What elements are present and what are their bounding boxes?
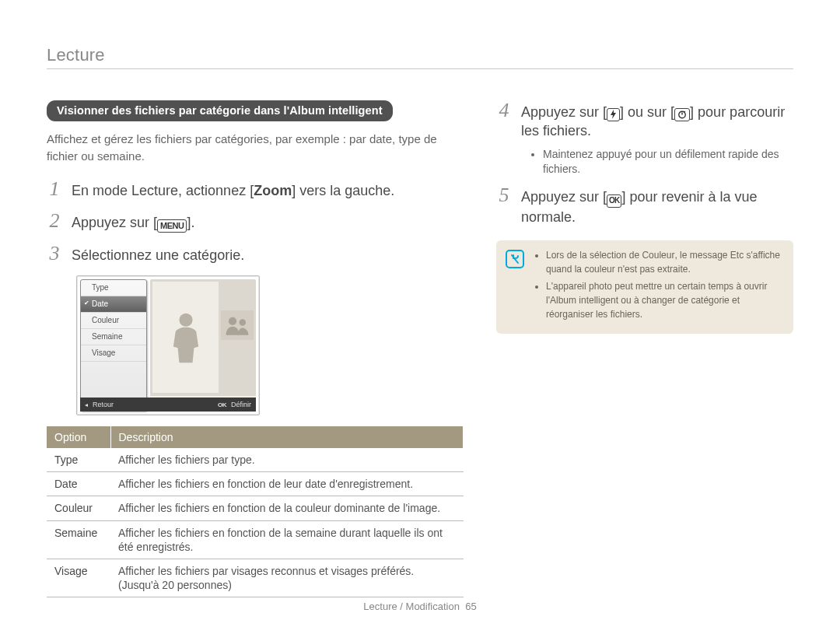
menu-key-icon: MENU bbox=[157, 219, 187, 233]
table-row: Type Afficher les fichiers par type. bbox=[47, 448, 464, 472]
step-number: 4 bbox=[496, 100, 512, 121]
step-3: 3 Sélectionnez une catégorie. bbox=[47, 243, 464, 264]
steps-list: 1 En mode Lecture, actionnez [Zoom] vers… bbox=[47, 179, 464, 265]
camera-screen-mock: Type Date Couleur Semaine Visage bbox=[76, 275, 260, 415]
step-5: 5 Appuyez sur [OK] pour revenir à la vue… bbox=[496, 185, 793, 226]
mock-category-menu: Type Date Couleur Semaine Visage bbox=[80, 279, 147, 412]
step-number: 1 bbox=[47, 179, 62, 199]
mock-menu-item-semaine: Semaine bbox=[81, 329, 146, 345]
step-text: Appuyez sur [OK] pour revenir à la vue n… bbox=[521, 187, 793, 226]
note-item-2: L'appareil photo peut mettre un certain … bbox=[546, 279, 782, 321]
step-number: 3 bbox=[47, 243, 62, 264]
triangle-left-icon: ◂ bbox=[85, 401, 88, 408]
flash-key-icon bbox=[607, 108, 620, 121]
page-footer: Lecture / Modification 65 bbox=[0, 601, 840, 612]
footer-section: Lecture / Modification bbox=[363, 601, 460, 612]
step-text: En mode Lecture, actionnez [Zoom] vers l… bbox=[72, 181, 394, 200]
info-icon bbox=[506, 250, 524, 268]
table-row: Date Afficher les fichiers en fonction d… bbox=[47, 472, 464, 496]
ok-key-icon: OK bbox=[218, 401, 226, 408]
footer-page-number: 65 bbox=[465, 601, 476, 612]
section-title: Lecture bbox=[47, 45, 793, 65]
step-2: 2 Appuyez sur [MENU]. bbox=[47, 211, 464, 233]
svg-point-0 bbox=[179, 313, 192, 326]
right-column: 4 Appuyez sur [] ou sur [] pour parcouri… bbox=[496, 100, 793, 597]
topic-pill: Visionner des fichiers par catégorie dan… bbox=[47, 100, 393, 121]
step-number: 2 bbox=[47, 211, 62, 231]
table-row: Couleur Afficher les fichiers en fonctio… bbox=[47, 496, 464, 520]
two-column-layout: Visionner des fichiers par catégorie dan… bbox=[47, 100, 793, 597]
topic-description: Affichez et gérez les fichiers par catég… bbox=[47, 131, 464, 165]
note-item-1: Lors de la sélection de Couleur, le mess… bbox=[546, 248, 782, 276]
table-row: Visage Afficher les fichiers par visages… bbox=[47, 559, 464, 597]
manual-page: Lecture Visionner des fichiers par catég… bbox=[0, 0, 840, 634]
step-text: Appuyez sur [] ou sur [] pour parcourir … bbox=[521, 103, 793, 141]
mock-footer-back: Retour bbox=[93, 401, 114, 408]
person-silhouette-icon bbox=[171, 310, 201, 365]
mock-menu-item-couleur: Couleur bbox=[81, 313, 146, 329]
ok-key-icon: OK bbox=[607, 194, 621, 208]
people-silhouette-icon bbox=[224, 315, 250, 335]
mock-side-thumb bbox=[221, 310, 254, 340]
left-column: Visionner des fichiers par catégorie dan… bbox=[47, 100, 464, 597]
timer-key-icon bbox=[674, 108, 690, 121]
mock-menu-item-type: Type bbox=[81, 280, 146, 296]
mock-main-thumb bbox=[152, 282, 219, 393]
mock-footer-bar: ◂ Retour OK Définir bbox=[80, 398, 256, 412]
info-note-box: Lors de la sélection de Couleur, le mess… bbox=[496, 240, 793, 334]
svg-point-1 bbox=[229, 317, 236, 325]
divider bbox=[47, 68, 793, 69]
mock-menu-item-date: Date bbox=[81, 296, 146, 313]
step-number: 5 bbox=[496, 185, 512, 205]
step-4: 4 Appuyez sur [] ou sur [] pour parcouri… bbox=[496, 100, 793, 141]
options-table-header-option: Option bbox=[47, 426, 110, 448]
table-row: Semaine Afficher les fichiers en fonctio… bbox=[47, 520, 464, 559]
step-4-bullet: Maintenez appuyé pour un défilement rapi… bbox=[543, 147, 793, 177]
step-4-sub-bullets: Maintenez appuyé pour un défilement rapi… bbox=[532, 147, 793, 177]
section-header: Lecture bbox=[47, 45, 793, 69]
options-table-header-desc: Description bbox=[110, 426, 464, 448]
mock-menu-item-visage: Visage bbox=[81, 345, 146, 362]
mock-preview-area: 2 3 ▸ bbox=[150, 279, 256, 412]
options-table: Option Description Type Afficher les fic… bbox=[47, 426, 464, 597]
step-text: Sélectionnez une catégorie. bbox=[72, 246, 244, 264]
step-text: Appuyez sur [MENU]. bbox=[72, 213, 194, 233]
svg-point-2 bbox=[240, 319, 247, 326]
step-1: 1 En mode Lecture, actionnez [Zoom] vers… bbox=[47, 179, 464, 200]
mock-footer-ok: Définir bbox=[231, 401, 251, 408]
